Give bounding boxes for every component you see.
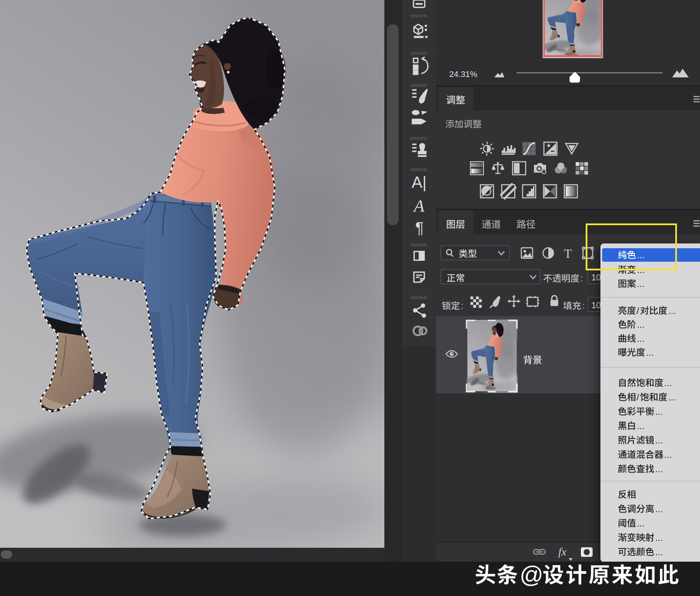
- svg-text:...: ...: [668, 392, 676, 402]
- svg-text:...: ...: [637, 421, 645, 431]
- svg-text:¶: ¶: [415, 219, 423, 237]
- svg-text::: :: [461, 300, 463, 310]
- svg-text:...: ...: [637, 518, 645, 528]
- svg-text:/: /: [637, 306, 639, 316]
- svg-text:...: ...: [637, 279, 645, 289]
- svg-text:...: ...: [655, 504, 663, 514]
- svg-text:A|: A|: [412, 173, 427, 191]
- svg-text::: :: [580, 273, 583, 283]
- svg-text:...: ...: [668, 306, 676, 316]
- svg-text:...: ...: [637, 333, 645, 343]
- svg-text::: :: [582, 300, 585, 310]
- svg-text:...: ...: [655, 464, 663, 474]
- svg-text:...: ...: [655, 547, 663, 557]
- svg-text:...: ...: [637, 320, 645, 330]
- svg-text:A: A: [413, 196, 425, 216]
- svg-text:...: ...: [655, 406, 663, 416]
- svg-text:10: 10: [591, 300, 601, 310]
- svg-text:@: @: [520, 561, 543, 587]
- svg-text:/: /: [637, 392, 639, 402]
- svg-text:T: T: [564, 246, 572, 260]
- svg-text:fx: fx: [558, 546, 567, 558]
- svg-text:...: ...: [664, 449, 672, 459]
- svg-text:10: 10: [591, 273, 601, 282]
- svg-text:...: ...: [655, 533, 663, 543]
- svg-text:...: ...: [664, 378, 672, 388]
- svg-text:...: ...: [655, 435, 663, 445]
- svg-text:...: ...: [646, 347, 654, 357]
